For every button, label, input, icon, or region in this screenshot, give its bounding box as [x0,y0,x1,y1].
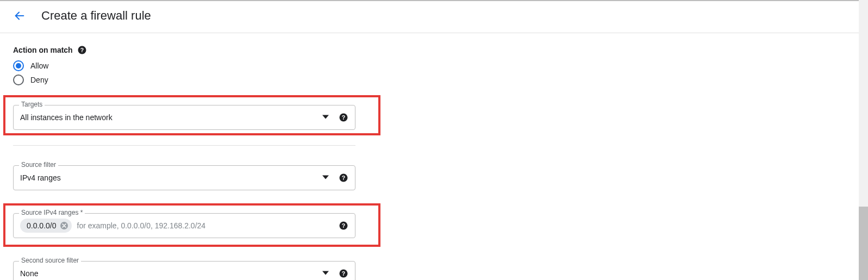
help-icon[interactable]: ? [339,269,348,278]
chevron-down-icon [322,173,329,183]
chevron-down-icon [322,269,329,278]
radio-button-icon [13,74,24,85]
divider [13,145,355,146]
help-icon[interactable]: ? [339,113,348,122]
radio-allow[interactable]: Allow [13,60,357,71]
second-source-filter-field-wrap: Second source filter None ? [13,261,357,280]
source-filter-value: IPv4 ranges [20,173,61,182]
source-filter-field-wrap: Source filter IPv4 ranges ? [13,165,357,190]
radio-allow-label: Allow [30,61,48,70]
scrollbar-thumb[interactable] [859,207,868,280]
back-arrow-icon[interactable] [13,9,26,22]
source-ipv4-placeholder: for example, 0.0.0.0/0, 192.168.2.0/24 [77,221,206,230]
page-title: Create a firewall rule [41,9,151,23]
source-filter-label: Source filter [19,161,58,169]
help-icon[interactable]: ? [77,45,87,55]
svg-text:?: ? [342,222,345,229]
svg-text:?: ? [80,47,83,53]
chevron-down-icon [322,113,329,122]
targets-select[interactable]: Targets All instances in the network ? [13,105,355,130]
help-icon[interactable]: ? [339,173,348,183]
help-icon[interactable]: ? [339,221,348,231]
targets-label: Targets [19,101,45,108]
header-bar: Create a firewall rule [0,0,868,33]
form-content: Action on match ? Allow Deny Targets All… [0,33,370,280]
targets-field-wrap: Targets All instances in the network ? [13,105,357,130]
source-ipv4-input[interactable]: Source IPv4 ranges * 0.0.0.0/0 for examp… [13,213,355,238]
source-filter-select[interactable]: Source filter IPv4 ranges ? [13,165,355,190]
action-on-match-text: Action on match [13,46,73,54]
ip-range-chip-text: 0.0.0.0/0 [27,221,57,230]
second-source-filter-label: Second source filter [19,257,81,264]
radio-deny[interactable]: Deny [13,74,357,85]
second-source-filter-select[interactable]: Second source filter None ? [13,261,355,280]
chip-remove-icon[interactable] [60,221,68,230]
source-ipv4-label: Source IPv4 ranges * [19,209,85,216]
radio-deny-label: Deny [30,76,48,84]
radio-button-icon [13,60,24,71]
action-on-match-label: Action on match ? [13,45,357,55]
targets-value: All instances in the network [20,113,113,122]
ip-range-chip: 0.0.0.0/0 [20,219,72,233]
second-source-filter-value: None [20,269,38,278]
svg-text:?: ? [342,175,345,181]
svg-text:?: ? [342,114,345,121]
source-ipv4-field-wrap: Source IPv4 ranges * 0.0.0.0/0 for examp… [13,213,357,238]
svg-text:?: ? [342,270,345,277]
